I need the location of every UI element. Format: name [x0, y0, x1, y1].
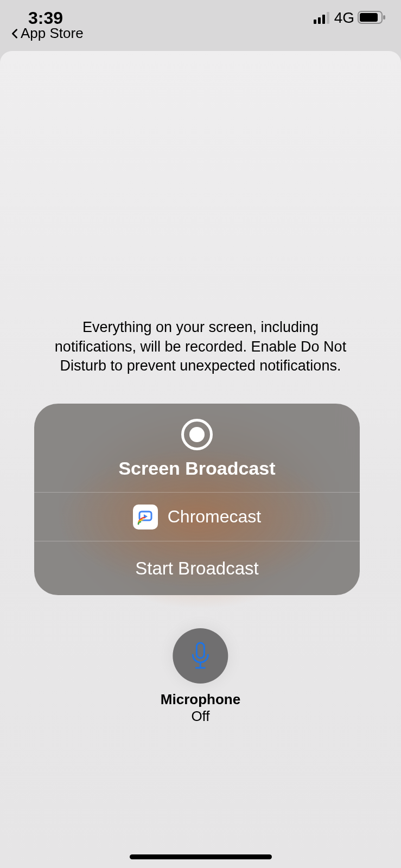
- svg-rect-0: [314, 20, 316, 24]
- svg-rect-3: [327, 12, 329, 24]
- back-label: App Store: [21, 25, 84, 42]
- broadcast-target-label: Chromecast: [168, 507, 262, 527]
- microphone-label: Microphone: [161, 691, 240, 708]
- broadcast-card-header: Screen Broadcast: [34, 404, 360, 492]
- chromecast-app-icon: [133, 505, 158, 529]
- back-chevron-icon: [10, 29, 20, 39]
- microphone-toggle-button[interactable]: [173, 628, 228, 684]
- microphone-section: Microphone Off: [161, 628, 240, 725]
- microphone-state: Off: [191, 708, 209, 725]
- cellular-icon: [314, 8, 331, 28]
- network-label: 4G: [334, 9, 354, 27]
- home-indicator[interactable]: [130, 854, 272, 859]
- start-broadcast-button[interactable]: Start Broadcast: [34, 541, 360, 595]
- status-right: 4G: [314, 8, 386, 28]
- svg-rect-5: [360, 13, 378, 22]
- svg-rect-9: [197, 643, 205, 658]
- microphone-icon: [190, 642, 212, 670]
- battery-icon: [358, 8, 386, 28]
- start-broadcast-label: Start Broadcast: [135, 558, 258, 579]
- broadcast-card: Screen Broadcast Chromecast Start Broadc…: [34, 404, 360, 595]
- svg-rect-2: [322, 15, 325, 24]
- broadcast-modal: Everything on your screen, including not…: [0, 51, 401, 868]
- svg-rect-1: [318, 17, 321, 24]
- svg-rect-6: [383, 15, 385, 20]
- record-icon: [181, 419, 213, 450]
- back-to-app-link[interactable]: App Store: [10, 25, 84, 42]
- recording-warning-text: Everything on your screen, including not…: [49, 318, 353, 376]
- broadcast-target-row[interactable]: Chromecast: [34, 492, 360, 541]
- broadcast-title: Screen Broadcast: [118, 458, 275, 479]
